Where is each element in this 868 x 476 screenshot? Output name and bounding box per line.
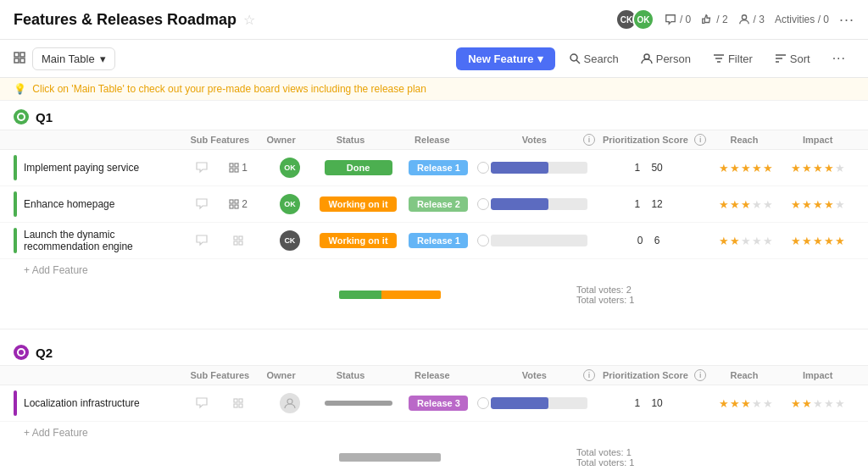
hint-icon: 💡: [14, 83, 26, 95]
col-status-header: Status: [306, 135, 396, 145]
search-button[interactable]: Search: [560, 48, 627, 69]
col-votes-header: Votes: [486, 135, 584, 145]
row-release[interactable]: Release 2: [403, 196, 475, 212]
col-votes-header-q2: Votes: [486, 370, 584, 380]
row-border: [14, 191, 17, 217]
title-area: Features & Releases Roadmap ☆: [14, 11, 255, 29]
row-release[interactable]: Release 1: [403, 233, 475, 248]
page-title: Features & Releases Roadmap: [14, 11, 236, 29]
avatar-group: CK OK: [615, 8, 654, 30]
row-reach: ★★★★★: [709, 397, 782, 410]
row-reach: ★★★★★: [709, 235, 782, 247]
q2-status-chart: [339, 453, 441, 462]
chart-gray-bar: [339, 453, 441, 462]
add-feature-row-q2[interactable]: + Add Feature: [0, 422, 868, 444]
votes-info-icon[interactable]: i: [583, 134, 595, 146]
row-impact: ★★★★★: [782, 198, 854, 211]
hint-text: Click on 'Main Table' to check out your …: [32, 83, 426, 95]
col-impact-header: Impact: [781, 135, 854, 145]
group-q2-title: Q2: [36, 346, 53, 360]
person-button[interactable]: Person: [632, 48, 699, 69]
row-subfeatures: [211, 398, 266, 408]
comment-icon[interactable]: [193, 197, 211, 211]
row-name: Launch the dynamic recommendation engine: [24, 229, 193, 252]
row-reach: ★★★★★: [709, 198, 782, 211]
svg-rect-24: [234, 236, 237, 240]
svg-line-6: [576, 60, 580, 64]
star-icon[interactable]: ☆: [243, 12, 255, 28]
svg-rect-21: [235, 200, 238, 203]
row-impact: ★★★★★: [782, 162, 854, 174]
add-feature-row[interactable]: + Add Feature: [0, 259, 868, 281]
row-votes: [491, 397, 587, 409]
vote-check[interactable]: [475, 162, 491, 174]
q2-totals: Total votes: 1 Total voters: 1: [576, 447, 634, 467]
comment-icon[interactable]: [193, 234, 211, 247]
row-status[interactable]: Working on it: [314, 233, 402, 248]
score-info-icon[interactable]: i: [694, 134, 706, 146]
row-border: [14, 155, 17, 180]
add-feature-label-q2: + Add Feature: [24, 427, 88, 439]
col-release-header-q2: Release: [396, 370, 470, 380]
svg-rect-30: [234, 399, 237, 402]
row-reach: ★★★★★: [709, 162, 782, 174]
new-feature-button[interactable]: New Feature ▾: [456, 47, 554, 70]
votes-info-icon-q2[interactable]: i: [583, 369, 595, 381]
filter-button[interactable]: Filter: [704, 48, 761, 69]
more-menu-icon[interactable]: ···: [839, 11, 854, 29]
row-release[interactable]: Release 1: [403, 160, 475, 175]
person-icon: [641, 53, 653, 64]
main-table-button[interactable]: Main Table ▾: [32, 47, 115, 70]
row-status[interactable]: Working on it: [314, 196, 402, 212]
main-table-label: Main Table: [42, 53, 95, 65]
svg-point-15: [19, 114, 24, 119]
row-votes: [491, 162, 587, 174]
svg-rect-23: [235, 205, 238, 208]
svg-rect-26: [234, 241, 237, 245]
new-feature-dropdown-icon[interactable]: ▾: [537, 53, 543, 65]
group-q2-icon: [14, 345, 29, 360]
vote-check[interactable]: [475, 198, 491, 210]
col-owner-header-q2: Owner: [257, 370, 306, 380]
score-info-icon-q2[interactable]: i: [694, 369, 706, 381]
col-release-header: Release: [396, 135, 470, 145]
svg-rect-19: [235, 169, 238, 172]
row-release[interactable]: Release 3: [403, 396, 475, 411]
svg-rect-18: [230, 169, 233, 172]
col-score-header-q2: Prioritization Score: [597, 370, 695, 380]
row-status[interactable]: Done: [314, 160, 402, 175]
comment-icon[interactable]: [193, 396, 211, 410]
toolbar: Main Table ▾ New Feature ▾ Search Person…: [0, 40, 868, 78]
q1-totals: Total votes: 2 Total voters: 1: [576, 285, 634, 305]
group-q2: Q2 Sub Features Owner Status Release Vot…: [0, 336, 868, 467]
more-options-button[interactable]: ···: [824, 47, 854, 70]
row-status[interactable]: [314, 401, 402, 406]
sort-button[interactable]: Sort: [766, 48, 819, 69]
comment-icon[interactable]: [193, 161, 211, 174]
svg-point-7: [644, 54, 649, 59]
top-header: Features & Releases Roadmap ☆ CK OK / 0 …: [0, 0, 868, 40]
q2-total-votes: Total votes: 1: [576, 447, 634, 457]
col-subfeatures-header: Sub Features: [183, 135, 257, 145]
row-border: [14, 390, 17, 416]
group-q1-icon: [14, 109, 29, 125]
vote-check[interactable]: [475, 397, 491, 409]
vote-check[interactable]: [475, 235, 491, 246]
row-name: Localization infrastructure: [24, 397, 193, 409]
col-score-header: Prioritization Score: [597, 135, 695, 145]
group-q1-header: Q1: [0, 101, 868, 130]
group-q1-title: Q1: [36, 110, 53, 125]
toolbar-right: New Feature ▾ Search Person Filter Sort …: [456, 47, 854, 70]
svg-point-5: [570, 54, 577, 61]
q1-total-votes: Total votes: 2: [576, 285, 634, 295]
svg-rect-16: [230, 163, 233, 167]
table-row: Implement paying service 1 OK Done Relea…: [0, 150, 868, 186]
row-owner: OK: [265, 158, 314, 178]
chart-working-bar: [381, 291, 441, 299]
sort-icon: [775, 53, 787, 64]
table-row: Launch the dynamic recommendation engine…: [0, 223, 868, 259]
avatar-2: OK: [632, 8, 654, 30]
q1-total-voters: Total voters: 1: [576, 295, 634, 305]
row-votes: [491, 235, 587, 246]
row-score: 1 10: [600, 397, 697, 409]
